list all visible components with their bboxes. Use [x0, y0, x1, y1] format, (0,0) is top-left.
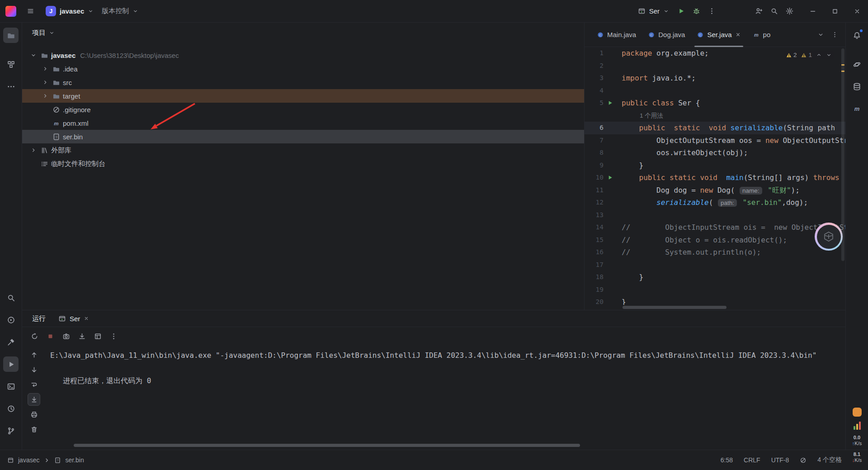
code-with-me-icon[interactable]	[751, 4, 766, 19]
tree-item-pom-xml[interactable]: mpom.xml	[22, 116, 584, 130]
tab-pom-xml[interactable]: mpo	[747, 23, 777, 47]
more-tool-windows-button[interactable]	[3, 79, 19, 94]
project-tool-button[interactable]	[3, 28, 19, 43]
inspections-widget[interactable]: 2 1	[784, 51, 834, 59]
editor-horizontal-scrollbar[interactable]	[617, 305, 840, 310]
tree-chevron-icon[interactable]	[28, 147, 38, 153]
more-actions-icon[interactable]	[704, 4, 719, 19]
version-control-tool-button[interactable]	[3, 423, 19, 438]
hidden-tabs-button[interactable]	[817, 31, 824, 38]
ai-assistant-button[interactable]	[849, 57, 865, 72]
structure-tool-button[interactable]	[3, 57, 19, 72]
editor-options-button[interactable]	[831, 31, 838, 38]
services-tool-button[interactable]	[3, 312, 19, 328]
tree-item-src[interactable]: src	[22, 76, 584, 89]
database-tool-button[interactable]	[849, 79, 865, 94]
caret-position[interactable]: 6:58	[721, 456, 733, 464]
build-tool-button[interactable]	[3, 334, 19, 350]
capture-snapshot-button[interactable]	[59, 330, 73, 343]
tree-item-idea[interactable]: .idea	[22, 62, 584, 76]
proxy-widget-icon[interactable]	[853, 408, 862, 417]
code-line-4[interactable]: 4	[585, 85, 845, 97]
code-line-11[interactable]: 11 Dog dog = new Dog( name: "旺财");	[585, 184, 845, 197]
code-vision-usages[interactable]: 1 个用法	[585, 109, 845, 122]
close-tab-icon[interactable]	[735, 32, 741, 38]
breadcrumb-file[interactable]: ser.bin	[65, 456, 84, 464]
run-button[interactable]	[673, 4, 689, 19]
code-editor[interactable]: 1package org.example;23import java.io.*;…	[585, 47, 845, 310]
console-horizontal-scrollbar[interactable]	[46, 444, 842, 448]
debug-button[interactable]	[689, 4, 704, 19]
tree-item-ser-bin[interactable]: ?ser.bin	[22, 130, 584, 143]
code-line-12[interactable]: 12 serializable( path: "ser.bin",dog);	[585, 196, 845, 209]
tree-root-javasec[interactable]: javasecC:\Users\38123\Desktop\javasec	[22, 48, 584, 62]
breadcrumb-project[interactable]: javasec	[18, 456, 39, 464]
tab-main-java[interactable]: CMain.java	[591, 23, 642, 47]
tree-chevron-icon[interactable]	[40, 66, 50, 72]
main-menu-icon[interactable]	[23, 4, 38, 19]
rerun-button[interactable]	[28, 330, 41, 343]
profiler-tool-button[interactable]	[3, 401, 19, 416]
tree-item-scratches-and-consoles[interactable]: 临时文件和控制台	[22, 157, 584, 171]
search-everywhere-icon[interactable]	[766, 4, 782, 19]
code-line-10[interactable]: 10 public static void main(String[] args…	[585, 171, 845, 184]
code-line-17[interactable]: 17	[585, 259, 845, 271]
code-line-8[interactable]: 8 oos.writeObject(obj);	[585, 147, 845, 159]
tree-item-target[interactable]: target	[22, 89, 584, 103]
indent-info[interactable]: 4 个空格	[817, 456, 842, 464]
project-panel-header[interactable]: 项目	[22, 23, 584, 43]
tree-chevron-icon[interactable]	[28, 52, 38, 58]
project-widget[interactable]: J javasec	[42, 4, 98, 19]
soft-wrap-button[interactable]	[28, 378, 40, 391]
tree-item-gitignore[interactable]: .gitignore	[22, 103, 584, 116]
line-separator[interactable]: CRLF	[744, 456, 760, 464]
layout-settings-button[interactable]	[91, 330, 104, 343]
close-console-tab-icon[interactable]	[84, 316, 89, 321]
code-line-7[interactable]: 7 ObjectOutputStream oos = new ObjectOut…	[585, 134, 845, 147]
code-line-3[interactable]: 3import java.io.*;	[585, 72, 845, 85]
notifications-button[interactable]	[849, 28, 865, 43]
minimize-button[interactable]	[802, 0, 824, 22]
code-line-5[interactable]: 5public class Ser {	[585, 97, 845, 109]
maximize-button[interactable]	[824, 0, 846, 22]
prev-problem-icon[interactable]	[816, 52, 822, 58]
tab-ser-java[interactable]: CSer.java	[691, 23, 746, 47]
prev-occurrence-button[interactable]	[28, 348, 40, 361]
tree-chevron-icon[interactable]	[40, 93, 50, 99]
next-problem-icon[interactable]	[826, 52, 832, 58]
run-tool-button[interactable]	[3, 356, 19, 372]
code-line-18[interactable]: 18 }	[585, 271, 845, 284]
run-line-icon[interactable]	[607, 100, 613, 106]
code-line-16[interactable]: 16// System.out.println(o);	[585, 246, 845, 259]
print-console-button[interactable]	[28, 408, 40, 421]
next-occurrence-button[interactable]	[28, 363, 40, 376]
vcs-widget[interactable]: 版本控制	[98, 4, 142, 19]
run-config-widget[interactable]: Ser	[634, 4, 673, 19]
code-line-6[interactable]: 6 public static void serializable(String…	[585, 122, 845, 134]
readonly-icon[interactable]	[800, 457, 807, 464]
code-line-13[interactable]: 13	[585, 209, 845, 222]
code-line-9[interactable]: 9 }	[585, 159, 845, 172]
settings-gear-icon[interactable]	[782, 4, 797, 19]
code-line-19[interactable]: 19	[585, 284, 845, 296]
run-line-icon[interactable]	[607, 175, 613, 180]
stop-button[interactable]	[43, 330, 57, 343]
file-encoding[interactable]: UTF-8	[771, 456, 789, 464]
import-results-button[interactable]	[75, 330, 89, 343]
search-everywhere-button[interactable]	[3, 290, 19, 305]
code-line-2[interactable]: 2	[585, 60, 845, 72]
clear-console-button[interactable]	[28, 423, 40, 436]
resource-monitor-icon[interactable]	[854, 422, 861, 430]
tree-chevron-icon[interactable]	[40, 79, 50, 85]
run-console-tab[interactable]: Ser	[58, 315, 89, 323]
console-more-button[interactable]	[107, 330, 120, 343]
code-line-15[interactable]: 15// Object o = ois.readObject();	[585, 234, 845, 247]
scroll-to-end-button[interactable]	[28, 393, 40, 406]
editor-vertical-scrollbar[interactable]	[840, 47, 845, 310]
code-line-14[interactable]: 14// ObjectInputStream ois = new ObjectI…	[585, 221, 845, 234]
tab-dog-java[interactable]: CDog.java	[642, 23, 691, 47]
run-console-output[interactable]: E:\Java_path\Java_11_win\bin\java.exe "-…	[46, 346, 845, 450]
maven-tool-button[interactable]: m	[849, 101, 865, 116]
close-window-button[interactable]	[846, 0, 868, 22]
tree-item-external-libraries[interactable]: 外部库	[22, 143, 584, 157]
